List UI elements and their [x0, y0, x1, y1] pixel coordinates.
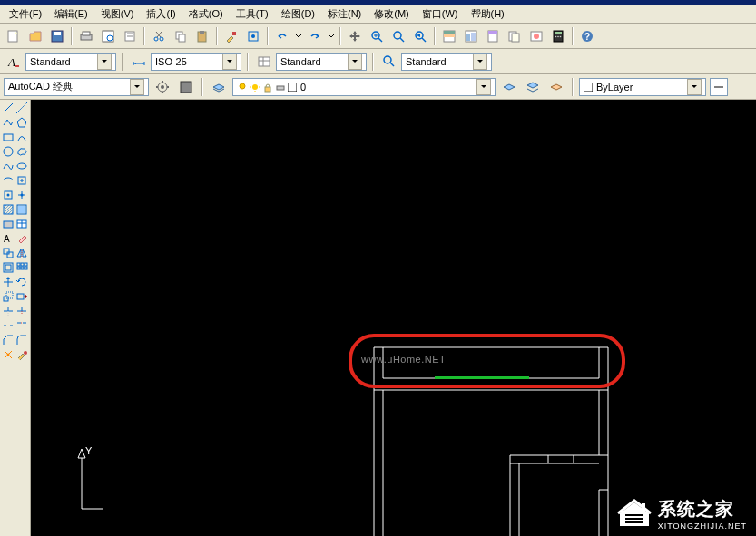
- menu-help[interactable]: 帮助(H): [466, 6, 510, 22]
- zoom-previous-button[interactable]: [410, 26, 430, 46]
- ellipse-tool[interactable]: [15, 160, 28, 172]
- layer-states-button[interactable]: [523, 77, 543, 97]
- insert-block-tool[interactable]: [15, 174, 28, 187]
- sheet-set-button[interactable]: [505, 26, 525, 46]
- chevron-down-icon[interactable]: [222, 54, 237, 70]
- text-style-icon[interactable]: A: [4, 52, 24, 72]
- revcloud-tool[interactable]: [15, 145, 28, 158]
- new-button[interactable]: [4, 26, 24, 46]
- cut-button[interactable]: [149, 26, 169, 46]
- chevron-down-icon[interactable]: [97, 54, 112, 70]
- zoom-realtime-button[interactable]: [367, 26, 387, 46]
- menu-modify[interactable]: 修改(M): [368, 6, 415, 22]
- menu-edit[interactable]: 编辑(E): [49, 6, 93, 22]
- polygon-tool[interactable]: [15, 116, 28, 129]
- mtext-tool[interactable]: A: [2, 232, 15, 245]
- layer-combo[interactable]: 0: [232, 78, 496, 96]
- menu-format[interactable]: 格式(O): [183, 6, 229, 22]
- tool-palettes-button[interactable]: [483, 26, 503, 46]
- copy-button[interactable]: [171, 26, 191, 46]
- scale-tool[interactable]: [2, 290, 15, 303]
- pan-button[interactable]: [345, 26, 365, 46]
- block-editor-button[interactable]: [243, 26, 263, 46]
- explode-tool[interactable]: [2, 348, 15, 361]
- circle-tool[interactable]: [2, 145, 15, 158]
- redo-dropdown[interactable]: [327, 33, 336, 40]
- linetype-combo[interactable]: [710, 78, 728, 96]
- chevron-down-icon[interactable]: [130, 79, 144, 95]
- table-tool[interactable]: [15, 218, 28, 230]
- workspace-combo[interactable]: AutoCAD 经典: [4, 78, 149, 96]
- menu-window[interactable]: 窗口(W): [417, 6, 464, 22]
- color-combo[interactable]: ByLayer: [579, 78, 706, 96]
- zoom-window-button[interactable]: [388, 26, 408, 46]
- point-tool[interactable]: [15, 189, 28, 201]
- break-tool[interactable]: [2, 319, 15, 332]
- region-tool[interactable]: [2, 218, 15, 230]
- drawing-canvas[interactable]: www.uHome.NET Y 系统之家 XITONGZHIJIA.NET: [31, 100, 756, 536]
- help-button[interactable]: ?: [577, 26, 597, 46]
- layer-props-button[interactable]: [209, 77, 229, 97]
- trim-tool[interactable]: [2, 305, 15, 317]
- move-tool[interactable]: [2, 276, 15, 288]
- construction-line-tool[interactable]: [15, 102, 28, 114]
- mleader-style-icon[interactable]: [379, 52, 399, 72]
- hatch-tool[interactable]: [2, 203, 15, 216]
- extend-tool[interactable]: [15, 305, 28, 317]
- match-props-button[interactable]: [221, 26, 241, 46]
- quickcalc-button[interactable]: [548, 26, 568, 46]
- design-center-button[interactable]: [461, 26, 481, 46]
- layer-match-button[interactable]: [546, 77, 566, 97]
- properties-button[interactable]: [439, 26, 459, 46]
- line-tool[interactable]: [2, 102, 15, 114]
- dim-style-combo[interactable]: ISO-25: [151, 53, 241, 71]
- chevron-down-icon[interactable]: [348, 54, 362, 70]
- main-area: A: [0, 100, 756, 536]
- menu-draw[interactable]: 绘图(D): [276, 6, 320, 22]
- copy-tool[interactable]: [2, 247, 15, 259]
- chevron-down-icon[interactable]: [687, 79, 702, 95]
- menu-file[interactable]: 文件(F): [4, 6, 47, 22]
- more-tools[interactable]: [15, 348, 28, 361]
- gradient-tool[interactable]: [15, 203, 28, 216]
- table-style-combo[interactable]: Standard: [276, 53, 367, 71]
- chevron-down-icon[interactable]: [476, 79, 491, 95]
- ellipse-arc-tool[interactable]: [2, 174, 15, 187]
- spline-tool[interactable]: [2, 160, 15, 172]
- open-button[interactable]: [25, 26, 45, 46]
- join-tool[interactable]: [15, 319, 28, 332]
- array-tool[interactable]: [15, 261, 28, 274]
- workspace-save-button[interactable]: [176, 77, 196, 97]
- polyline-tool[interactable]: [2, 116, 15, 129]
- fillet-tool[interactable]: [15, 334, 28, 346]
- rotate-tool[interactable]: [15, 276, 28, 288]
- text-style-combo[interactable]: Standard: [25, 53, 116, 71]
- paste-button[interactable]: [192, 26, 212, 46]
- workspace-settings-button[interactable]: [152, 77, 172, 97]
- mirror-tool[interactable]: [15, 247, 28, 259]
- undo-button[interactable]: [272, 26, 292, 46]
- menu-tools[interactable]: 工具(T): [231, 6, 274, 22]
- offset-tool[interactable]: [2, 261, 15, 274]
- menu-insert[interactable]: 插入(I): [141, 6, 181, 22]
- rectangle-tool[interactable]: [2, 131, 15, 143]
- chamfer-tool[interactable]: [2, 334, 15, 346]
- table-style-icon[interactable]: [254, 52, 274, 72]
- undo-dropdown[interactable]: [294, 33, 303, 40]
- menu-view[interactable]: 视图(V): [95, 6, 140, 22]
- mleader-style-combo[interactable]: Standard: [401, 53, 492, 71]
- stretch-tool[interactable]: [15, 290, 28, 303]
- publish-button[interactable]: [120, 26, 140, 46]
- plot-preview-button[interactable]: [98, 26, 118, 46]
- dim-style-icon[interactable]: [129, 52, 149, 72]
- redo-button[interactable]: [305, 26, 325, 46]
- make-block-tool[interactable]: [2, 189, 15, 201]
- erase-tool[interactable]: [15, 232, 28, 245]
- menu-dimension[interactable]: 标注(N): [322, 6, 367, 22]
- plot-button[interactable]: [76, 26, 96, 46]
- layer-previous-button[interactable]: [499, 77, 519, 97]
- arc-tool[interactable]: [15, 131, 28, 143]
- chevron-down-icon[interactable]: [473, 54, 487, 70]
- save-button[interactable]: [47, 26, 67, 46]
- markup-button[interactable]: [526, 26, 546, 46]
